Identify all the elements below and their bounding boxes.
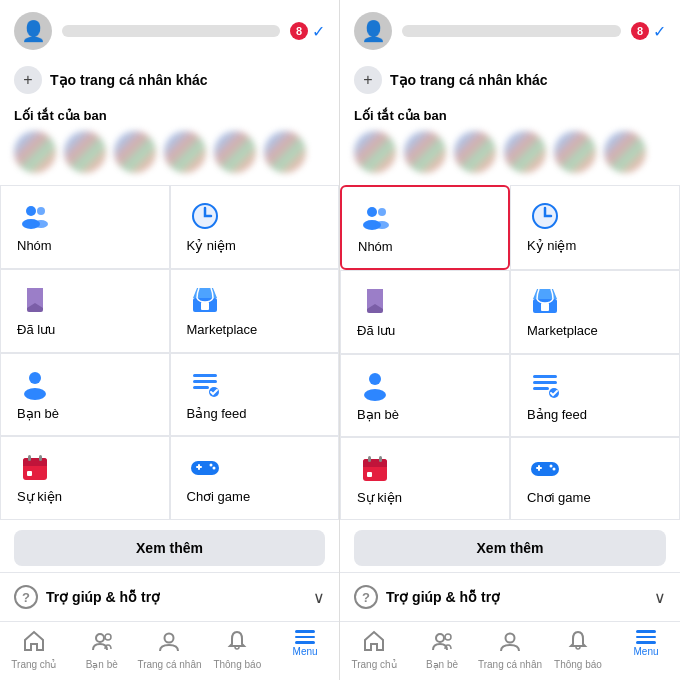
left-anniversary-label: Kỷ niệm — [187, 238, 236, 253]
svg-point-28 — [367, 207, 377, 217]
feed-icon — [187, 366, 223, 402]
right-nav-notifications[interactable]: Thông báo — [544, 626, 612, 674]
svg-rect-38 — [533, 375, 557, 378]
svg-rect-44 — [363, 465, 387, 467]
nav-friends-icon — [91, 630, 113, 657]
left-menu-saved[interactable]: Đã lưu — [0, 269, 170, 353]
left-nav-friends-label: Bạn bè — [86, 659, 118, 670]
left-nav-home-label: Trang chủ — [11, 659, 56, 670]
right-shortcut-blur-1 — [354, 131, 396, 173]
right-menu-groups[interactable]: Nhóm — [340, 185, 510, 270]
right-menu-feed[interactable]: Bảng feed — [510, 354, 680, 437]
left-menu-marketplace[interactable]: Marketplace — [170, 269, 340, 353]
right-checkmark-icon: ✓ — [653, 22, 666, 41]
right-games-label: Chơi game — [527, 490, 591, 505]
left-shortcuts-label: Lối tắt của ban — [0, 102, 339, 127]
right-shortcut-blur-6 — [604, 131, 646, 173]
left-nav-friends[interactable]: Bạn bè — [68, 626, 136, 674]
right-menu-marketplace[interactable]: Marketplace — [510, 270, 680, 353]
right-see-more-button[interactable]: Xem thêm — [354, 530, 666, 566]
friends-icon — [17, 366, 53, 402]
left-support-row[interactable]: ? Trợ giúp & hỗ trợ ∨ — [0, 572, 339, 621]
right-nav-home[interactable]: Trang chủ — [340, 626, 408, 674]
right-chevron-down-icon: ∨ — [654, 588, 666, 607]
right-shortcut-blur-2 — [404, 131, 446, 173]
right-menu-games[interactable]: Chơi game — [510, 437, 680, 520]
right-events-icon — [357, 450, 393, 486]
right-header: 👤 8 ✓ — [340, 0, 680, 58]
right-nav-profile-label: Trang cá nhân — [478, 659, 542, 670]
right-notification-badge[interactable]: 8 — [631, 22, 649, 40]
right-question-icon: ? — [354, 585, 378, 609]
svg-point-36 — [369, 373, 381, 385]
left-nav-notifications[interactable]: Thông báo — [203, 626, 271, 674]
groups-icon — [17, 198, 53, 234]
left-support-label: Trợ giúp & hỗ trợ — [46, 589, 160, 605]
right-avatar-icon: 👤 — [361, 19, 386, 43]
left-menu-events[interactable]: Sự kiện — [0, 436, 170, 520]
right-nav-profile[interactable]: Trang cá nhân — [476, 626, 544, 674]
left-see-more-button[interactable]: Xem thêm — [14, 530, 325, 566]
right-nav-profile-icon — [499, 630, 521, 657]
svg-rect-16 — [23, 464, 47, 466]
left-nav-profile-label: Trang cá nhân — [137, 659, 201, 670]
right-shortcut-blur-4 — [504, 131, 546, 173]
shortcut-blur-6 — [264, 131, 306, 173]
right-nav-notifications-icon — [567, 630, 589, 657]
right-create-profile-label: Tạo trang cá nhân khác — [390, 72, 548, 88]
left-username-bar — [62, 25, 280, 37]
left-nav-notifications-label: Thông báo — [213, 659, 261, 670]
shortcut-blur-4 — [164, 131, 206, 173]
right-menu-events[interactable]: Sự kiện — [340, 437, 510, 520]
left-nav-profile[interactable]: Trang cá nhân — [136, 626, 204, 674]
svg-point-53 — [436, 634, 444, 642]
right-menu-anniversary[interactable]: Kỷ niệm — [510, 185, 680, 270]
svg-rect-17 — [28, 455, 31, 461]
right-marketplace-label: Marketplace — [527, 323, 598, 338]
left-chevron-down-icon: ∨ — [313, 588, 325, 607]
right-menu-saved[interactable]: Đã lưu — [340, 270, 510, 353]
nav-profile-icon — [158, 630, 180, 657]
right-anniversary-label: Kỷ niệm — [527, 238, 576, 253]
svg-rect-19 — [27, 471, 32, 476]
left-create-profile[interactable]: + Tạo trang cá nhân khác — [0, 58, 339, 102]
right-nav-menu[interactable]: Menu — [612, 626, 680, 674]
left-menu-feed[interactable]: Bảng feed — [170, 353, 340, 437]
right-nav-menu-label: Menu — [633, 646, 658, 657]
left-menu-games[interactable]: Chơi game — [170, 436, 340, 520]
left-marketplace-label: Marketplace — [187, 322, 258, 337]
svg-rect-12 — [193, 386, 209, 389]
right-saved-icon — [357, 283, 393, 319]
right-anniversary-icon — [527, 198, 563, 234]
right-menu-friends[interactable]: Bạn bè — [340, 354, 510, 437]
left-groups-label: Nhóm — [17, 238, 52, 253]
left-menu-friends[interactable]: Bạn bè — [0, 353, 170, 437]
svg-rect-46 — [379, 456, 382, 462]
avatar-icon: 👤 — [21, 19, 46, 43]
left-notification-badge[interactable]: 8 — [290, 22, 308, 40]
right-friends-icon — [357, 367, 393, 403]
svg-point-25 — [96, 634, 104, 642]
left-menu-anniversary[interactable]: Kỷ niệm — [170, 185, 340, 269]
marketplace-icon — [187, 282, 223, 318]
svg-rect-35 — [541, 303, 549, 311]
right-create-profile[interactable]: + Tạo trang cá nhân khác — [340, 58, 680, 102]
left-nav-home[interactable]: Trang chủ — [0, 626, 68, 674]
right-shortcuts-label: Lối tắt của ban — [340, 102, 680, 127]
left-nav-menu[interactable]: Menu — [271, 626, 339, 674]
right-support-row[interactable]: ? Trợ giúp & hỗ trợ ∨ — [340, 572, 680, 621]
left-menu-groups[interactable]: Nhóm — [0, 185, 170, 269]
left-games-label: Chơi game — [187, 489, 251, 504]
svg-point-37 — [364, 389, 386, 401]
right-nav-notifications-label: Thông báo — [554, 659, 602, 670]
right-nav-friends-label: Bạn bè — [426, 659, 458, 670]
right-saved-label: Đã lưu — [357, 323, 395, 338]
shortcut-blur-2 — [64, 131, 106, 173]
svg-point-24 — [212, 467, 215, 470]
svg-point-51 — [550, 464, 553, 467]
right-nav-friends[interactable]: Bạn bè — [408, 626, 476, 674]
right-nav-menu-icon — [636, 630, 656, 644]
left-create-profile-label: Tạo trang cá nhân khác — [50, 72, 208, 88]
left-support-left: ? Trợ giúp & hỗ trợ — [14, 585, 160, 609]
svg-point-23 — [209, 464, 212, 467]
